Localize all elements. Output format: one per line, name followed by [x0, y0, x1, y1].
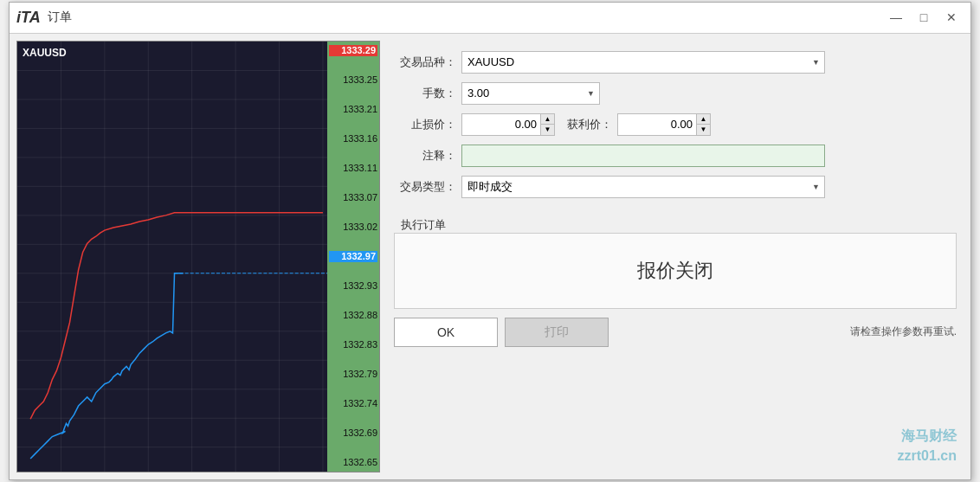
sl-input[interactable]: 0.00	[462, 114, 540, 135]
symbol-label: 交易品种：	[394, 55, 456, 70]
tp-down-button[interactable]: ▼	[696, 125, 710, 135]
tp-spinbox-btns: ▲ ▼	[696, 114, 710, 135]
type-select[interactable]: 即时成交	[461, 176, 825, 198]
price-tick-12: 1332.74	[329, 398, 377, 409]
minimize-button[interactable]: —	[884, 7, 908, 28]
lots-row: 手数： 3.00	[394, 82, 957, 105]
title-bar-left: iTA 订单	[16, 9, 72, 27]
chart-area: XAUUSD	[17, 42, 327, 472]
error-text: 请检查操作参数再重试.	[850, 325, 957, 339]
watermark-line1: 海马财经	[898, 427, 957, 446]
type-select-wrapper: 即时成交	[461, 176, 825, 198]
price-tick-0: 1333.29	[329, 45, 377, 56]
symbol-select-wrapper: XAUUSD	[461, 51, 825, 74]
price-tick-10: 1332.83	[329, 339, 377, 350]
price-tick-13: 1332.69	[329, 427, 377, 439]
note-input[interactable]	[461, 145, 825, 167]
watermark-area: 海马财经 zzrt01.cn	[387, 347, 964, 472]
note-label: 注释：	[394, 148, 456, 164]
sl-down-button[interactable]: ▼	[540, 125, 554, 135]
tp-label: 获利价：	[560, 117, 612, 132]
price-tick-6: 1333.02	[329, 222, 377, 233]
lots-label: 手数：	[394, 86, 456, 101]
action-buttons: OK 打印	[394, 318, 609, 347]
price-tick-7: 1332.97	[329, 251, 377, 262]
symbol-row: 交易品种： XAUUSD	[394, 51, 957, 74]
price-tick-9: 1332.88	[329, 310, 377, 321]
sl-spinbox: 0.00 ▲ ▼	[461, 113, 555, 136]
price-tick-11: 1332.79	[329, 369, 377, 380]
price-tick-3: 1333.16	[329, 133, 377, 145]
price-tick-14: 1332.65	[329, 457, 377, 468]
right-panel: 交易品种： XAUUSD 手数： 3.00	[387, 41, 964, 472]
price-tick-2: 1333.21	[329, 104, 377, 115]
window-body: XAUUSD	[10, 34, 970, 479]
watermark-line2: zzrt01.cn	[898, 447, 957, 466]
execute-section: 报价关闭	[394, 233, 957, 309]
title-bar: iTA 订单 — □ ✕	[10, 3, 970, 34]
chart-symbol-label: XAUUSD	[23, 47, 67, 59]
type-label: 交易类型：	[394, 179, 456, 195]
maximize-button[interactable]: □	[912, 7, 936, 28]
lots-select[interactable]: 3.00	[461, 82, 600, 105]
price-tick-8: 1332.93	[329, 280, 377, 292]
print-button[interactable]: 打印	[505, 318, 609, 347]
close-button[interactable]: ✕	[939, 7, 964, 28]
execute-title-wrapper: 执行订单	[387, 214, 964, 233]
ok-button[interactable]: OK	[394, 318, 498, 347]
chart-panel: XAUUSD	[16, 41, 380, 472]
execute-section-title: 执行订单	[394, 213, 453, 233]
price-tick-4: 1333.11	[329, 163, 377, 174]
title-controls: — □ ✕	[884, 7, 964, 28]
chart-svg	[17, 42, 327, 472]
sl-tp-row: 止损价： 0.00 ▲ ▼ 获利价： 0.00 ▲ ▼	[394, 113, 957, 136]
watermark: 海马财经 zzrt01.cn	[898, 427, 957, 466]
window-title: 订单	[48, 10, 72, 25]
price-tick-5: 1333.07	[329, 192, 377, 203]
form-section: 交易品种： XAUUSD 手数： 3.00	[387, 41, 964, 214]
tp-spinbox: 0.00 ▲ ▼	[617, 113, 711, 136]
price-axis: 1333.29 1333.25 1333.21 1333.16 1333.11 …	[327, 42, 379, 472]
tp-input[interactable]: 0.00	[618, 114, 696, 135]
sl-label: 止损价：	[394, 117, 456, 132]
symbol-select[interactable]: XAUUSD	[461, 51, 825, 74]
type-row: 交易类型： 即时成交	[394, 176, 957, 198]
note-row: 注释：	[394, 145, 957, 167]
quote-status: 报价关闭	[402, 241, 949, 301]
lots-select-wrapper: 3.00	[461, 82, 600, 105]
sl-spinbox-btns: ▲ ▼	[540, 114, 554, 135]
main-window: iTA 订单 — □ ✕ XAUUSD	[9, 2, 971, 480]
app-logo: iTA	[16, 9, 41, 27]
sl-up-button[interactable]: ▲	[540, 114, 554, 125]
tp-up-button[interactable]: ▲	[696, 114, 710, 125]
action-row: OK 打印 请检查操作参数再重试.	[387, 318, 964, 347]
price-tick-1: 1333.25	[329, 74, 377, 86]
